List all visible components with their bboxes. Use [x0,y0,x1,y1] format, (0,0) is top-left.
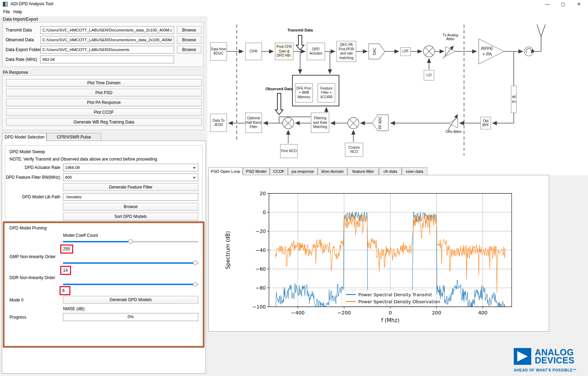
tab-dpd-model-selection[interactable]: DPD Model Selection [2,133,47,141]
data-rate-input[interactable] [40,56,174,63]
analog-devices-logo-icon [514,348,531,365]
coeff-count-slider[interactable] [63,239,198,244]
plot-time-domain-button[interactable]: Plot Time Domain [6,79,202,87]
tab-cfr-data[interactable]: cfr-data [379,167,402,175]
slider-thumb[interactable] [193,282,198,286]
psd-chart-panel: 200−20−40−60−80−100−400−2000200400f (Mhz… [208,175,549,332]
transmit-data-browse-button[interactable]: Browse [177,26,201,34]
ddr-order-slider[interactable] [63,282,198,287]
block-atten: atten [511,86,517,113]
transmit-data-label: Transmit Data [6,28,32,33]
svg-text:−200: −200 [337,310,351,315]
block-rffe: RFFE + PA [479,44,495,59]
diagram-lines [208,19,562,170]
menu-file[interactable]: File [3,9,10,14]
svg-text:Spectrum (dB): Spectrum (dB) [225,231,231,269]
block-lo: LO [424,70,434,80]
tx-atten-label: Tx Analog Atten [440,33,461,41]
title-bar: ADI-DPD Analysis Tool — ▢ ✕ [0,0,588,8]
orx-atten-label: ORx Atten [441,130,466,134]
svg-text:−40: −40 [255,247,266,253]
coeff-count-value: 255 [60,244,73,254]
block-fine-nco: Fine NCO [280,144,298,158]
export-folder-label: Data Export Folder [6,47,41,52]
svg-text:Power Spectral Density Transmi: Power Spectral Density Transmit [358,292,432,297]
block-qec: QEC,PA Prot,PFIR and rate matching [337,41,356,62]
slider-fill [63,262,195,264]
coeff-count-label: Model Coeff Count [63,233,98,238]
observed-data-browse-button[interactable]: Browse [177,36,201,44]
block-rf-adc-label: RF ADC [376,114,384,132]
slider-fill [63,284,195,285]
actuator-rate-label: DPD Actuator Rate [0,165,60,170]
close-button[interactable]: ✕ [571,0,587,8]
block-opt-bpf: Opt BPF [480,117,491,129]
plot-ccdf-button[interactable]: Plot CCDF [6,108,202,116]
lib-path-label: DPD Model Lib Path [0,194,60,199]
block-half-band: Optional Half Band Filter [245,113,262,133]
slider-thumb[interactable] [193,261,198,265]
slider-thumb[interactable] [128,239,133,244]
svg-text:f (Mhz): f (Mhz) [381,317,399,324]
plot-psd-button[interactable]: Plot PSD [6,89,202,97]
nmse-label: NMSE (dB): [63,306,85,311]
export-folder-browse-button[interactable]: Browse [177,46,201,54]
svg-text:Power Spectral Density Observa: Power Spectral Density Observation [358,299,440,304]
block-dac-label: DAC [371,44,379,58]
tab-feature-filter[interactable]: feature-filter [347,167,379,175]
export-folder-input[interactable] [40,46,174,54]
observed-data-label: Observed Data [256,87,303,91]
plot-pa-response-button[interactable]: Plot PA Response [6,99,202,106]
block-cfr: CFR [245,43,262,60]
observed-data-input[interactable] [40,36,174,44]
slider-fill [63,241,131,242]
psd-chart: 200−20−40−60−80−100−400−2000200400f (Mhz… [209,175,549,331]
tab-pa-response[interactable]: pa-response [288,167,318,175]
svg-text:−80: −80 [255,285,266,291]
mode-label: Mode 0 [9,298,23,303]
actuator-rate-combobox[interactable]: 1966.08 [63,164,198,171]
ddr-order-value: 6 [60,286,70,295]
tab-psd-open-loop[interactable]: PSD Open Loop [208,167,243,175]
tab-time-domain[interactable]: time-domain [318,167,347,175]
generate-wb-reg-button[interactable]: Generate WB Reg Training Data [6,118,202,126]
menu-help[interactable]: Help [13,9,22,14]
sort-dpd-models-button[interactable]: Sort DPD Models [63,213,198,220]
chevron-down-icon [193,167,196,169]
tab-ccdf[interactable]: CCDF [270,167,288,175]
section-data-import: Data Import/Export [3,17,38,22]
svg-text:20: 20 [260,191,266,196]
model-sweep-title: DPD Model Sweep [9,149,45,154]
svg-text:−400: −400 [291,310,304,315]
progress-label: Progress [9,315,26,320]
svg-text:200: 200 [432,310,441,315]
svg-text:0: 0 [389,310,392,315]
gmp-order-slider[interactable] [63,261,198,265]
maximize-button[interactable]: ▢ [555,0,571,8]
block-data-from-bduc: Data from BDUC [210,42,227,61]
minimize-button[interactable]: — [540,0,555,8]
menu-bar: File Help [0,8,588,16]
lib-path-browse-button[interactable]: Browse [63,203,198,211]
logo-devices-text: DEVICES [535,356,574,364]
lib-path-input[interactable] [63,193,198,201]
feature-bw-value: 800 [65,175,72,179]
ddr-order-label: DDR Non-linearity Order [9,275,55,280]
model-pruning-title: DPD Model Pruning [9,226,47,230]
transmit-data-input[interactable] [40,26,174,34]
section-pa-response: PA Response [3,70,28,75]
actuator-rate-value: 1966.08 [65,165,80,170]
tab-psd-model[interactable]: PSD Model [243,167,270,175]
gmp-order-value: 14 [60,266,71,275]
generate-feature-filter-button[interactable]: Generate Feature Filter [63,183,198,191]
signal-chain-diagram: Data from BDUC CFR Post CFR Gain & DPD H… [208,19,562,170]
feature-bw-combobox[interactable]: 800 [63,173,198,181]
model-sweep-note: NOTE: Verify Transmit and Observed data … [9,157,157,162]
gmp-order-label: GMP Non-linearity Order [9,254,56,259]
window-title: ADI-DPD Analysis Tool [11,1,53,6]
generate-dpd-models-button[interactable]: Generate DPD Models [63,296,198,304]
tab-vswr-data[interactable]: vswr-data [402,167,427,175]
observed-data-label: Observed Data [6,37,34,42]
logo-tagline: AHEAD OF WHAT'S POSSIBLE™ [514,368,576,372]
tab-cfr-vswr[interactable]: CFR/VSWR Pulse Generator [47,133,101,141]
